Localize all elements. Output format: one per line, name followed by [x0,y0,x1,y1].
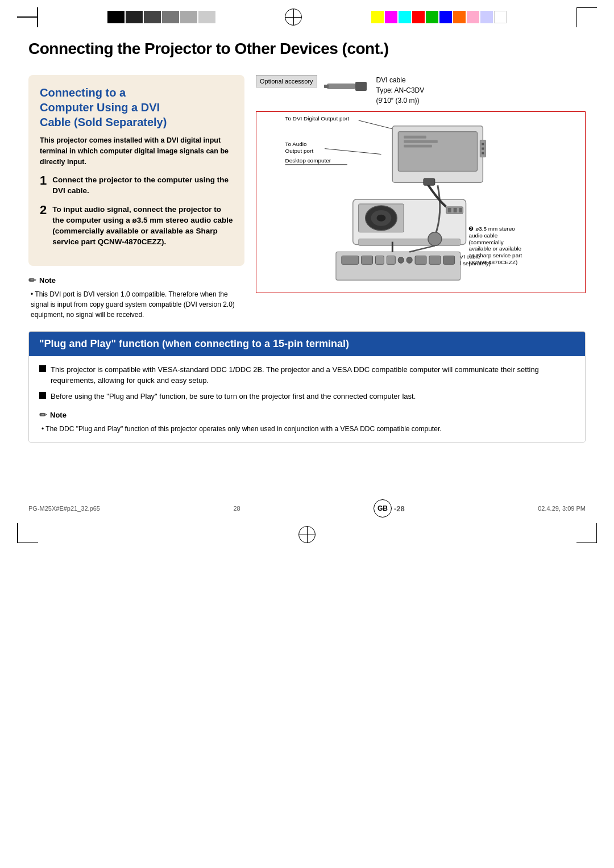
svg-rect-1 [355,82,367,91]
svg-text:available or available: available or available [468,245,521,252]
right-column: Optional accessory DVI cable Type: AN-C3… [256,75,586,320]
svg-rect-13 [404,140,438,143]
svg-text:To DVI Digital Output port: To DVI Digital Output port [285,115,350,122]
bullet-square-1 [39,365,46,372]
svg-text:QCNW-4870CEZZ): QCNW-4870CEZZ) [468,259,517,265]
note-label-dvi: Note [39,276,56,285]
svg-rect-18 [482,152,484,155]
svg-rect-28 [359,239,460,246]
note-pencil-icon: ✏ [28,275,36,286]
svg-rect-9 [285,164,347,165]
svg-rect-48 [443,256,455,264]
note-box-dvi: ✏ Note • This DVI port is DVI version 1.… [28,275,244,320]
left-column: Connecting to aComputer Using a DVICable… [28,75,244,320]
svg-rect-47 [429,256,441,264]
svg-rect-43 [387,256,395,264]
plug-play-bullet-1: This projector is compatible with VESA-s… [39,364,575,386]
plug-play-bullets: This projector is compatible with VESA-s… [39,364,575,402]
svg-point-23 [376,215,385,222]
svg-rect-25 [448,208,451,212]
section-subtitle: This projector comes installed with a DV… [40,135,233,167]
plug-play-body: This projector is compatible with VESA-s… [29,356,585,443]
svg-line-4 [359,120,393,129]
note-label-pp: Note [50,411,67,419]
note-header-pp: ✏ Note [39,410,575,420]
top-marks-area [0,0,614,28]
connection-diagram: To DVI Digital Output port To Audio Outp… [256,111,586,293]
svg-rect-12 [404,136,426,139]
svg-text:Desktop computer: Desktop computer [285,157,331,164]
note-text-dvi: • This DVI port is DVI version 1.0 compa… [28,289,244,320]
gb-badge: GB [374,499,392,518]
cable-name: DVI cable [376,75,425,85]
svg-rect-42 [376,256,384,264]
footer-left: PG-M25X#E#p21_32.p65 [28,505,100,512]
svg-rect-26 [454,208,457,212]
svg-rect-27 [459,208,462,212]
note-text-pp: • The DDC "Plug and Play" function of th… [39,424,575,434]
svg-rect-14 [404,145,432,148]
plug-play-header: "Plug and Play" function (when connectin… [29,332,585,356]
plug-play-bullet-2: Before using the "Plug and Play" functio… [39,391,575,402]
step-2-text: To input audio signal, connect the proje… [52,205,233,248]
footer-right: 02.4.29, 3:09 PM [538,505,586,512]
dvi-section-box: Connecting to aComputer Using a DVICable… [28,75,244,266]
svg-text:❷ ø3.5 mm stereo: ❷ ø3.5 mm stereo [468,226,515,232]
svg-line-7 [325,149,381,155]
main-layout: Connecting to aComputer Using a DVICable… [28,75,586,320]
cable-length: (9′10″ (3.0 m)) [376,95,425,106]
bullet-2-text: Before using the "Plug and Play" functio… [51,391,416,402]
bullet-square-2 [39,392,46,399]
svg-line-50 [409,246,435,252]
plug-play-title: "Plug and Play" function (when connectin… [39,337,575,350]
svg-text:audio cable: audio cable [468,232,497,239]
page-number: -28 [394,504,405,513]
svg-rect-32 [424,178,435,185]
page-title: Connecting the Projector to Other Device… [28,40,586,61]
svg-rect-41 [362,256,373,264]
svg-rect-17 [482,148,484,150]
section-title: Connecting to aComputer Using a DVICable… [40,85,233,130]
optional-accessory-row: Optional accessory DVI cable Type: AN-C3… [256,75,586,106]
plug-play-section: "Plug and Play" function (when connectin… [28,331,586,443]
footer-center: 28 [233,505,240,512]
svg-rect-16 [482,143,484,145]
svg-rect-2 [324,85,329,88]
svg-rect-46 [415,256,426,264]
page-footer: PG-M25X#E#p21_32.p65 28 GB -28 02.4.29, … [0,494,614,523]
optional-label: Optional accessory [256,75,317,87]
svg-rect-44 [398,257,404,263]
note-pencil-icon-pp: ✏ [39,410,47,420]
page-number-area: GB -28 [374,499,405,518]
svg-text:To Audio: To Audio [285,141,308,147]
cable-type: Type: AN-C3DV [376,85,425,95]
step-2: 2 To input audio signal, connect the pro… [40,205,233,248]
dvi-cable-icon [324,75,370,98]
svg-text:Output port: Output port [285,148,314,154]
black-bars [107,11,215,23]
dvi-cable-info: DVI cable Type: AN-C3DV (9′10″ (3.0 m)) [376,75,425,106]
svg-point-31 [428,232,442,246]
note-header-dvi: ✏ Note [28,275,244,286]
page-content: Connecting the Projector to Other Device… [0,28,614,477]
registration-mark-top-center [285,9,302,26]
step-1-text: Connect the projector to the computer us… [52,175,233,197]
svg-rect-45 [406,257,412,263]
color-bars-right [371,11,507,23]
registration-mark-bottom-center [298,526,316,543]
bottom-marks-area [0,523,614,549]
svg-text:as Sharp service part: as Sharp service part [468,252,522,258]
step-1-number: 1 [40,174,47,187]
step-2-number: 2 [40,203,47,217]
svg-text:(commercially: (commercially [468,239,503,245]
note-box-plug-play: ✏ Note • The DDC "Plug and Play" functio… [39,410,575,434]
svg-rect-40 [342,256,359,264]
step-1: 1 Connect the projector to the computer … [40,175,233,197]
svg-rect-0 [327,84,355,89]
bullet-1-text: This projector is compatible with VESA-s… [51,364,575,386]
